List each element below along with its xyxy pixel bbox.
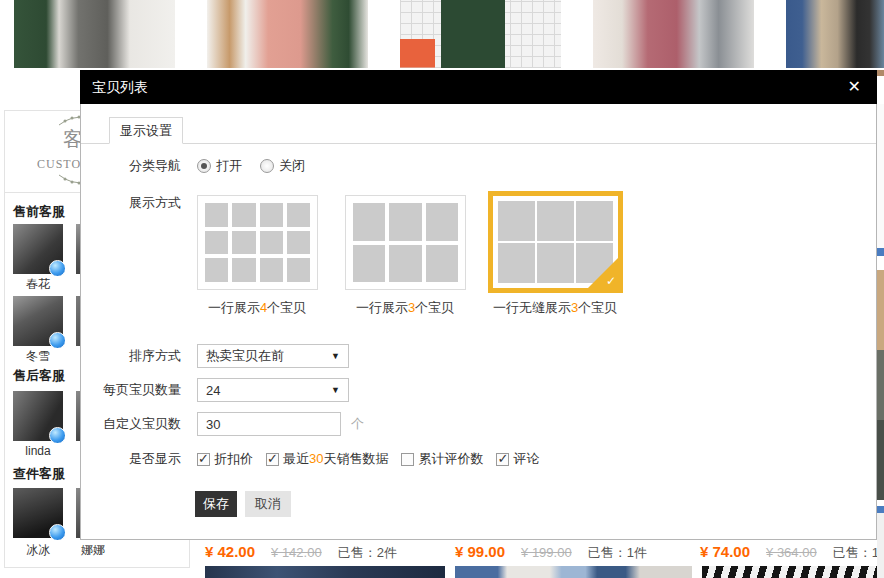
product-image[interactable] <box>593 0 754 68</box>
checkbox-icon[interactable] <box>266 453 279 466</box>
wangwang-chat-icon[interactable] <box>49 427 66 444</box>
checkbox-comments[interactable]: 评论 <box>496 450 539 468</box>
modal-header: 宝贝列表 ✕ <box>80 70 877 104</box>
show-checkbox-group: 折扣价 最近30天销售数据 累计评价数 评论 <box>197 450 539 468</box>
chevron-down-icon: ▼ <box>331 351 340 361</box>
product-price-row: ¥ 42.00 ¥ 142.00 已售：2件 <box>205 543 397 563</box>
service-member-name: 冬雪 <box>13 348 63 365</box>
service-group-header: 售前客服 <box>13 203 65 221</box>
avatar[interactable] <box>13 296 63 346</box>
avatar[interactable] <box>13 488 63 538</box>
checkbox-icon[interactable] <box>401 453 414 466</box>
original-price: ¥ 199.00 <box>521 545 572 560</box>
original-price: ¥ 364.00 <box>766 545 817 560</box>
wangwang-chat-icon[interactable] <box>49 332 66 349</box>
checkbox-discount-price[interactable]: 折扣价 <box>197 450 253 468</box>
shop-decorator-page: 客 CUSTOM 售前客服 春花 冬雪 售后客服 linda <box>0 0 884 578</box>
product-image[interactable] <box>207 0 368 68</box>
field-label-show: 是否显示 <box>101 450 181 468</box>
product-image[interactable] <box>455 566 692 578</box>
product-list-modal: 宝贝列表 ✕ 显示设置 分类导航 打开 关闭 展示方式 <box>80 70 877 540</box>
radio-icon[interactable] <box>260 159 274 173</box>
grid-preview <box>353 203 458 282</box>
field-label-display-mode: 展示方式 <box>101 195 181 211</box>
select-value: 热卖宝贝在前 <box>206 347 284 365</box>
select-value: 24 <box>206 383 220 398</box>
field-label-category-nav: 分类导航 <box>101 157 181 175</box>
unit-label: 个 <box>351 412 364 436</box>
display-option-caption: 一行展示4个宝贝 <box>172 299 342 317</box>
checkbox-total-reviews[interactable]: 累计评价数 <box>401 450 483 468</box>
sale-price: ¥ 42.00 <box>205 543 255 560</box>
field-label-per-page: 每页宝贝数量 <box>101 378 181 402</box>
wangwang-chat-icon[interactable] <box>49 260 66 277</box>
product-image[interactable] <box>702 566 880 578</box>
product-image[interactable] <box>14 0 175 68</box>
close-icon[interactable]: ✕ <box>848 70 861 104</box>
radio-label: 关闭 <box>279 157 305 175</box>
page-edge-strip <box>877 70 884 578</box>
tab-divider <box>81 143 876 144</box>
product-price-row: ¥ 74.00 ¥ 364.00 已售：1件 <box>700 543 884 563</box>
product-image[interactable] <box>400 0 561 68</box>
service-group-header: 查件客服 <box>13 465 65 483</box>
checkbox-icon[interactable] <box>496 453 509 466</box>
sold-count: 已售：1件 <box>588 544 647 562</box>
avatar[interactable] <box>13 224 63 274</box>
service-group-header: 售后客服 <box>13 367 65 385</box>
product-price-row: ¥ 99.00 ¥ 199.00 已售：1件 <box>455 543 647 563</box>
radio-option-open[interactable]: 打开 <box>197 157 242 175</box>
radio-label: 打开 <box>216 157 242 175</box>
custom-count-input[interactable] <box>197 412 341 436</box>
checkbox-icon[interactable] <box>197 453 210 466</box>
original-price: ¥ 142.00 <box>271 545 322 560</box>
cancel-button[interactable]: 取消 <box>245 491 291 517</box>
sold-count: 已售：2件 <box>338 544 397 562</box>
product-image[interactable] <box>786 0 884 68</box>
modal-title: 宝贝列表 <box>92 70 148 104</box>
radio-icon[interactable] <box>197 159 211 173</box>
service-member-name: 娜娜 <box>68 542 118 559</box>
field-label-custom-count: 自定义宝贝数 <box>101 412 181 436</box>
wangwang-chat-icon[interactable] <box>49 524 66 541</box>
sale-price: ¥ 74.00 <box>700 543 750 560</box>
service-member-name: linda <box>13 444 63 458</box>
sort-select[interactable]: 热卖宝贝在前 ▼ <box>197 344 349 368</box>
checkbox-30day-sales[interactable]: 最近30天销售数据 <box>266 450 388 468</box>
tab-display-settings[interactable]: 显示设置 <box>109 117 183 144</box>
radio-option-close[interactable]: 关闭 <box>260 157 305 175</box>
sale-price: ¥ 99.00 <box>455 543 505 560</box>
display-option-3-seamless-selected[interactable]: ✓ <box>488 191 623 293</box>
display-option-caption: 一行展示3个宝贝 <box>320 299 490 317</box>
service-member-name: 春花 <box>13 276 63 293</box>
check-icon: ✓ <box>606 274 616 288</box>
display-option-3-per-row[interactable] <box>345 195 466 290</box>
grid-preview <box>205 203 310 282</box>
chevron-down-icon: ▼ <box>331 385 340 395</box>
display-option-caption: 一行无缝展示3个宝贝 <box>470 299 640 317</box>
avatar[interactable] <box>13 391 63 441</box>
category-nav-radio-group: 打开 关闭 <box>197 157 305 175</box>
display-option-4-per-row[interactable] <box>197 195 318 290</box>
per-page-select[interactable]: 24 ▼ <box>197 378 349 402</box>
product-image[interactable] <box>205 566 445 578</box>
field-label-sort: 排序方式 <box>101 344 181 368</box>
save-button[interactable]: 保存 <box>195 491 237 517</box>
service-member-name: 冰冰 <box>13 542 63 559</box>
